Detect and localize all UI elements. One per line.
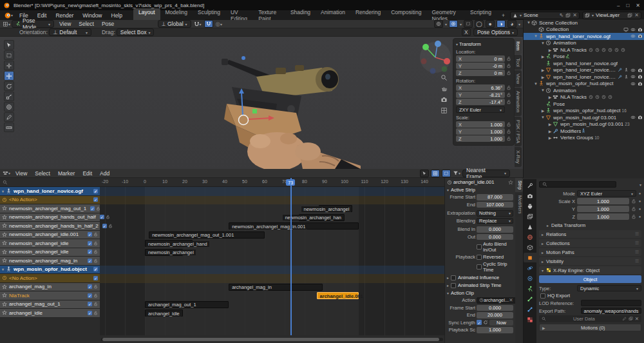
scale-y-field[interactable]: 1.000 (577, 206, 629, 212)
eye-icon[interactable] (630, 27, 636, 32)
nla-menu-view[interactable]: View (12, 170, 31, 177)
outliner-row[interactable]: Collection (524, 26, 644, 34)
track-enabled-checkbox[interactable]: ✓ (93, 197, 98, 202)
rotation-mode-dropdown-props[interactable]: XYZ Euler▾ (577, 190, 636, 197)
sync-now-button[interactable]: Now (489, 320, 513, 326)
track-enabled-checkbox[interactable]: ✓ (90, 206, 95, 211)
solo-star-icon[interactable] (2, 223, 7, 228)
nla-track-object[interactable]: ▾wpn_mosin_opfor_hud.object✓ (0, 266, 100, 275)
sidebar-tab-view[interactable]: View (515, 70, 522, 87)
menu-render[interactable]: Render (51, 12, 78, 19)
editor-type-nla-icon[interactable]: ▾ (3, 170, 10, 176)
solo-star-icon[interactable] (2, 310, 7, 315)
disclosure-icon[interactable]: ▶ (540, 108, 545, 113)
track-lock-icon[interactable] (96, 206, 100, 211)
solo-star-icon[interactable] (2, 250, 7, 255)
extrapolation-dropdown[interactable]: Nothing▾ (477, 210, 513, 217)
track-enabled-checkbox[interactable]: ✓ (88, 259, 92, 263)
nla-menu-edit[interactable]: Edit (79, 170, 96, 177)
track-enabled-checkbox[interactable]: ✓ (88, 250, 92, 254)
location-z-field[interactable]: Z0 m (456, 70, 505, 76)
camera-icon[interactable] (638, 115, 643, 120)
nla-track-track[interactable]: archangel_mag_in✓ (0, 283, 100, 292)
sync-length-checkbox[interactable]: ✓ (477, 320, 482, 325)
active-strip-name[interactable]: archangel_idle.001 (453, 179, 494, 185)
user-data-label[interactable]: User Data (548, 316, 620, 322)
blending-dropdown[interactable]: Replace▾ (477, 218, 513, 224)
nla-strip[interactable]: newmosin_archangel_hand (145, 240, 193, 247)
location-y-field[interactable]: Y-0 m (456, 63, 505, 69)
disclosure-icon[interactable]: ▶ (540, 75, 545, 79)
solo-star-icon[interactable] (2, 293, 7, 298)
animate-dot[interactable]: ● (638, 207, 641, 211)
properties-tab-world[interactable] (524, 232, 536, 242)
track-lock-icon[interactable] (106, 215, 110, 219)
nla-sidebar-tab-modifiers[interactable]: Modifiers (515, 193, 523, 216)
properties-tab-bone-constraint[interactable] (524, 304, 536, 314)
sidebar-tab-x-ray[interactable]: X-Ray (515, 147, 522, 167)
nla-track-track[interactable]: archangel_mag_out_1✓ (0, 300, 100, 309)
scale-z-field[interactable]: 1.000 (577, 213, 629, 220)
track-search-icon[interactable] (3, 180, 8, 185)
track-lock-icon[interactable] (93, 241, 98, 246)
properties-tab-physics[interactable] (524, 263, 536, 273)
track-lock-icon[interactable] (93, 250, 98, 254)
strip-star-icon[interactable] (508, 180, 513, 185)
nla-strip[interactable]: archangel_idle.001 (317, 292, 359, 299)
solo-star-icon[interactable] (2, 258, 7, 263)
nla-strip[interactable]: newmosin_archangel_mag_out_1.001 (149, 231, 265, 239)
disclosure-icon[interactable]: ▶ (547, 48, 553, 52)
properties-tab-constraints[interactable] (524, 273, 536, 283)
lod-reference-field[interactable] (581, 300, 641, 306)
nla-menu-marker[interactable]: Marker (54, 170, 79, 177)
eye-icon[interactable] (630, 68, 636, 73)
nla-strip[interactable]: newmosin_archangel (319, 205, 353, 212)
playhead-frame-badge[interactable]: 73 (286, 179, 295, 186)
nla-track-track[interactable]: NlaTrack✓ (0, 291, 100, 300)
nla-track-track[interactable]: newmosin_archangel_idle.001✓ (0, 231, 100, 240)
rotation-y-field[interactable]: Y-8.21° (456, 92, 505, 98)
export-path-field[interactable]: anomaly_weapons\hands (581, 308, 641, 314)
outliner-row[interactable]: ▼Animation (524, 40, 644, 47)
nla-track-noaction[interactable]: <No Action>✓ (0, 196, 100, 205)
eye-icon[interactable] (630, 115, 636, 120)
eye-icon[interactable] (630, 34, 636, 39)
proportional-editing-icon[interactable]: ◎▾ (216, 21, 222, 27)
nla-track-track[interactable]: newmosin_archangel_mag_in✓ (0, 257, 100, 266)
track-enabled-checkbox[interactable]: ✓ (88, 311, 92, 315)
disclosure-icon[interactable]: ▾ (2, 267, 4, 271)
solo-star-icon[interactable] (2, 215, 7, 220)
rotation-mode-dropdown[interactable]: ZXY Euler▾ (456, 106, 505, 113)
snap-mode-dropdown[interactable]: Nearest Frame▾ (462, 170, 510, 177)
shading-material-button[interactable]: ◑ (497, 20, 506, 28)
disclosure-icon[interactable]: ▼ (526, 21, 531, 24)
track-enabled-checkbox[interactable]: ✓ (93, 267, 98, 271)
sidebar-tab-animation[interactable]: Animation (515, 88, 522, 115)
properties-tab-tool[interactable] (524, 181, 536, 190)
maximize-button[interactable]: □ (626, 3, 629, 8)
nla-strip[interactable]: archangel_mag_in (229, 284, 323, 291)
disclosure-icon[interactable]: ▼ (540, 115, 545, 119)
mode-dropdown[interactable]: Pose Mode▾ (12, 20, 54, 28)
rotation-x-field[interactable]: X6.36° (456, 84, 505, 91)
properties-tab-object-data[interactable] (524, 284, 536, 293)
nla-tweak-icon[interactable] (420, 170, 429, 177)
shading-wireframe-button[interactable]: ◯ (475, 20, 484, 28)
delta-transform-section[interactable]: ▸Delta Transform (544, 221, 641, 229)
shading-solid-button[interactable]: ● (486, 20, 495, 28)
disclosure-icon[interactable]: ▾ (2, 189, 4, 193)
properties-tab-scene[interactable] (524, 222, 536, 231)
disclosure-icon[interactable]: ▼ (533, 34, 538, 38)
auto-blend-checkbox[interactable] (477, 244, 482, 250)
action-selector[interactable]: archangel...✕ (477, 297, 515, 304)
disclosure-icon[interactable]: ▶ (547, 135, 553, 140)
track-enabled-checkbox[interactable]: ✓ (88, 232, 92, 237)
properties-tab-render[interactable] (524, 191, 536, 201)
pose-options-dropdown[interactable]: Pose Options▾ (473, 28, 518, 36)
outliner-row[interactable]: Pose (524, 101, 644, 108)
track-enabled-checkbox[interactable]: ✓ (88, 293, 92, 298)
xray-engine-section[interactable]: ▾X-Ray Engine: Object (539, 266, 641, 274)
scale-x-field[interactable]: X1.000 (456, 121, 505, 128)
outliner-row[interactable]: ▼wpn_mosin_opfor_hud.object (524, 81, 644, 88)
viewport-menu-select[interactable]: Select (75, 21, 98, 27)
